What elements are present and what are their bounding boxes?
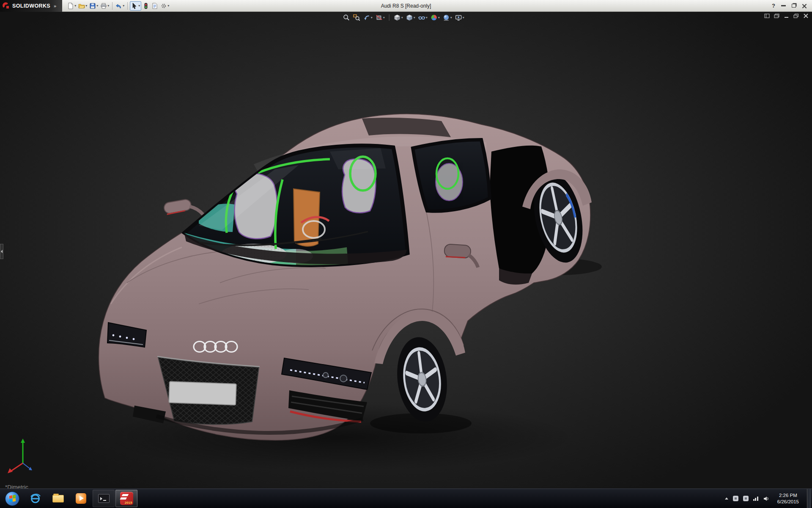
dropdown-caret-icon[interactable] bbox=[383, 16, 385, 19]
orientation-triad bbox=[6, 437, 41, 476]
dropdown-caret-icon[interactable] bbox=[463, 16, 464, 19]
help-button[interactable]: ? bbox=[772, 3, 775, 9]
menu-expand-icon[interactable]: » bbox=[54, 3, 56, 8]
taskbar-item-command-prompt[interactable] bbox=[93, 490, 115, 507]
tray-app-icon-2[interactable] bbox=[743, 496, 749, 501]
doc-restore-icon[interactable] bbox=[793, 14, 799, 18]
titlebar: SOLIDWORKS » bbox=[0, 0, 812, 12]
tray-app-icon[interactable] bbox=[733, 496, 738, 501]
dropdown-caret-icon[interactable] bbox=[85, 4, 87, 8]
dropdown-caret-icon[interactable] bbox=[167, 4, 169, 8]
dropdown-caret-icon[interactable] bbox=[450, 16, 452, 19]
taskbar-item-media-player[interactable] bbox=[70, 490, 92, 507]
pane-left-icon[interactable] bbox=[764, 14, 770, 18]
display-style-button[interactable] bbox=[406, 13, 416, 22]
show-desktop-button[interactable] bbox=[807, 489, 811, 508]
toolbar-separator bbox=[112, 2, 112, 10]
start-button[interactable] bbox=[1, 490, 23, 507]
doc-minimize-icon[interactable] bbox=[784, 14, 789, 18]
select-cursor-icon bbox=[131, 3, 138, 9]
select-button[interactable] bbox=[130, 1, 141, 11]
pane-cascade-icon[interactable] bbox=[774, 14, 779, 18]
dropdown-caret-icon[interactable] bbox=[74, 4, 76, 8]
document-window-controls bbox=[764, 14, 809, 18]
solidworks-logo[interactable]: SOLIDWORKS » bbox=[0, 0, 62, 12]
undo-icon bbox=[115, 3, 122, 9]
front-grille bbox=[157, 356, 260, 425]
edit-appearance-button[interactable] bbox=[430, 13, 440, 22]
toolbar-separator bbox=[389, 14, 390, 21]
volume-icon[interactable] bbox=[763, 496, 769, 502]
new-document-icon bbox=[67, 3, 74, 9]
solidworks-mark bbox=[121, 494, 129, 496]
network-icon[interactable] bbox=[753, 497, 758, 501]
quick-access-toolbar bbox=[62, 0, 170, 11]
dropdown-caret-icon[interactable] bbox=[401, 16, 403, 19]
taskbar-item-solidworks[interactable]: 2015 bbox=[115, 490, 137, 507]
edit-appearance-icon bbox=[431, 14, 438, 21]
previous-view-button[interactable] bbox=[363, 13, 373, 22]
media-player-icon bbox=[76, 493, 86, 504]
taskbar-item-file-explorer[interactable] bbox=[47, 490, 69, 507]
rebuild-button[interactable] bbox=[142, 1, 150, 11]
section-view-icon bbox=[376, 14, 383, 21]
document-title: Audi R8 S [Read-only] bbox=[381, 3, 431, 9]
windows-start-icon bbox=[5, 491, 19, 506]
dropdown-caret-icon[interactable] bbox=[426, 16, 428, 19]
view-orientation-icon bbox=[394, 14, 401, 21]
clock-time: 2:26 PM bbox=[777, 492, 799, 499]
dropdown-caret-icon[interactable] bbox=[107, 4, 109, 8]
save-button[interactable] bbox=[88, 1, 99, 11]
restore-button[interactable] bbox=[792, 4, 796, 8]
rebuild-icon bbox=[143, 3, 149, 9]
previous-view-icon bbox=[363, 14, 370, 21]
save-icon bbox=[89, 3, 96, 9]
open-button[interactable] bbox=[77, 1, 88, 11]
section-view-button[interactable] bbox=[375, 13, 385, 22]
print-button[interactable] bbox=[99, 1, 110, 11]
panel-collapse-handle[interactable] bbox=[0, 244, 3, 259]
minimize-button[interactable] bbox=[781, 5, 786, 6]
solidworks-window: SOLIDWORKS » bbox=[0, 0, 812, 508]
clock-date: 6/26/2015 bbox=[777, 499, 799, 505]
taskbar-item-internet-explorer[interactable] bbox=[24, 490, 46, 507]
hide-show-items-button[interactable] bbox=[418, 13, 428, 22]
options-button[interactable] bbox=[159, 1, 170, 11]
view-settings-button[interactable] bbox=[455, 13, 465, 22]
print-icon bbox=[100, 3, 107, 9]
dropdown-caret-icon[interactable] bbox=[123, 4, 124, 8]
toolbar-separator bbox=[127, 2, 128, 10]
taskbar-clock[interactable]: 2:26 PM 6/26/2015 bbox=[774, 492, 802, 505]
dropdown-caret-icon[interactable] bbox=[371, 16, 373, 19]
command-prompt-icon bbox=[98, 494, 110, 503]
close-button[interactable] bbox=[802, 3, 807, 8]
show-hidden-icons-chevron[interactable] bbox=[725, 497, 728, 500]
view-settings-icon bbox=[455, 14, 462, 21]
viewport[interactable]: *Dimetric bbox=[0, 12, 812, 489]
internet-explorer-icon bbox=[30, 493, 41, 504]
zoom-to-area-icon bbox=[353, 14, 360, 21]
file-explorer-icon bbox=[52, 495, 64, 502]
hide-show-items-icon bbox=[418, 14, 425, 21]
dropdown-caret-icon[interactable] bbox=[438, 16, 440, 19]
file-properties-button[interactable] bbox=[151, 1, 159, 11]
display-style-icon bbox=[406, 14, 413, 21]
zoom-to-fit-button[interactable] bbox=[343, 13, 351, 22]
system-tray: 2:26 PM 6/26/2015 bbox=[725, 489, 812, 508]
doc-close-icon[interactable] bbox=[803, 14, 809, 18]
file-properties-icon bbox=[151, 3, 158, 9]
car-model-render bbox=[0, 12, 812, 489]
view-orientation-button[interactable] bbox=[393, 13, 403, 22]
zoom-to-fit-icon bbox=[343, 14, 350, 21]
dropdown-caret-icon[interactable] bbox=[414, 16, 415, 19]
new-document-button[interactable] bbox=[66, 1, 77, 11]
taskbar: 2015 2:26 PM 6/26/2015 bbox=[0, 489, 812, 508]
window-controls: ? bbox=[772, 3, 812, 9]
solidworks-logo-icon bbox=[3, 2, 10, 9]
view-orientation-label: *Dimetric bbox=[5, 484, 28, 489]
zoom-to-area-button[interactable] bbox=[353, 13, 361, 22]
apply-scene-button[interactable] bbox=[442, 13, 453, 22]
dropdown-caret-icon[interactable] bbox=[138, 4, 140, 8]
dropdown-caret-icon[interactable] bbox=[96, 4, 98, 8]
undo-button[interactable] bbox=[115, 1, 125, 11]
